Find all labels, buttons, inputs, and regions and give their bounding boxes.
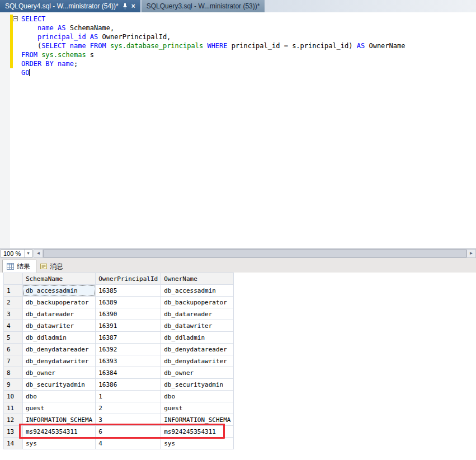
- grid-cell[interactable]: 16387: [96, 332, 161, 344]
- code-line[interactable]: GO: [21, 68, 476, 77]
- grid-cell[interactable]: guest: [23, 402, 96, 414]
- grid-cell[interactable]: dbo: [23, 391, 96, 402]
- grid-cell[interactable]: 16392: [96, 344, 161, 355]
- table-row: 14sys4sys: [4, 438, 234, 449]
- grid-cell[interactable]: 1: [96, 391, 161, 402]
- grid-cell[interactable]: db_ddladmin: [161, 332, 234, 344]
- code-line[interactable]: (SELECT name FROM sys.database_principal…: [21, 41, 476, 50]
- grid-cell[interactable]: db_ddladmin: [23, 332, 96, 344]
- document-tab-title: SQLQuery3.sql - W...ministrator (53))*: [147, 2, 260, 10]
- row-header[interactable]: 1: [4, 285, 23, 297]
- column-header[interactable]: OwnerName: [161, 273, 234, 285]
- grid-cell[interactable]: db_denydatawriter: [23, 355, 96, 367]
- grid-cell[interactable]: db_securityadmin: [23, 379, 96, 391]
- code-token: OwnerPrincipalId,: [98, 33, 171, 41]
- row-header[interactable]: 7: [4, 355, 23, 367]
- grid-cell[interactable]: db_denydatareader: [161, 344, 234, 355]
- row-header[interactable]: 6: [4, 344, 23, 355]
- sql-editor[interactable]: SELECT name AS SchemaName, principal_id …: [0, 12, 476, 248]
- grid-cell[interactable]: 16391: [96, 320, 161, 332]
- row-header[interactable]: 13: [4, 426, 23, 438]
- grid-cell[interactable]: db_accessadmin: [161, 285, 234, 297]
- grid-cell[interactable]: db_datawriter: [161, 320, 234, 332]
- grid-cell[interactable]: ms924245354311: [161, 426, 234, 438]
- row-header[interactable]: 12: [4, 414, 23, 426]
- grid-cell[interactable]: 16390: [96, 308, 161, 320]
- grid-cell[interactable]: guest: [161, 402, 234, 414]
- code-line[interactable]: principal_id AS OwnerPrincipalId,: [21, 32, 476, 41]
- grid-cell[interactable]: db_datawriter: [23, 320, 96, 332]
- chevron-down-icon[interactable]: ▾: [24, 250, 32, 257]
- code-token: s.principal_id): [288, 42, 357, 50]
- results-pane-tab[interactable]: 结果: [2, 260, 36, 273]
- grid-cell[interactable]: 16386: [96, 379, 161, 391]
- code-line[interactable]: ORDER BY name;: [21, 59, 476, 68]
- row-header[interactable]: 2: [4, 297, 23, 308]
- code-line[interactable]: FROM sys.schemas s: [21, 50, 476, 59]
- row-header[interactable]: 11: [4, 402, 23, 414]
- scroll-left-arrow-icon[interactable]: ◄: [34, 250, 43, 257]
- grid-cell[interactable]: INFORMATION_SCHEMA: [23, 414, 96, 426]
- grid-cell[interactable]: INFORMATION_SCHEMA: [161, 414, 234, 426]
- ssms-window: SQLQuery4.sql - W...ministrator (54))*×S…: [0, 0, 476, 460]
- scroll-right-arrow-icon[interactable]: ►: [466, 250, 475, 257]
- row-header[interactable]: 9: [4, 379, 23, 391]
- grid-cell[interactable]: 16389: [96, 297, 161, 308]
- row-header[interactable]: 14: [4, 438, 23, 449]
- code-token: [21, 33, 37, 41]
- grid-cell[interactable]: dbo: [161, 391, 234, 402]
- code-token: =: [284, 42, 288, 50]
- grid-cell[interactable]: db_owner: [161, 367, 234, 379]
- code-token: principal_id: [37, 33, 86, 41]
- code-line[interactable]: SELECT: [21, 15, 476, 24]
- grid-cell[interactable]: 16385: [96, 285, 161, 297]
- row-header[interactable]: 5: [4, 332, 23, 344]
- grid-cell[interactable]: db_backupoperator: [161, 297, 234, 308]
- document-tab-title: SQLQuery4.sql - W...ministrator (54))*: [5, 2, 119, 10]
- pin-icon[interactable]: [122, 3, 128, 10]
- grid-cell[interactable]: 16393: [96, 355, 161, 367]
- column-header[interactable]: OwnerPrincipalId: [96, 273, 161, 285]
- zoom-combobox[interactable]: 100 % ▾: [1, 249, 32, 258]
- code-token: [21, 24, 37, 32]
- messages-icon: [40, 263, 47, 270]
- row-header[interactable]: 8: [4, 367, 23, 379]
- grid-cell[interactable]: sys: [161, 438, 234, 449]
- grid-cell[interactable]: db_denydatawriter: [161, 355, 234, 367]
- horizontal-scrollbar[interactable]: ◄ ►: [34, 249, 476, 258]
- code-token: name: [70, 42, 86, 50]
- row-header[interactable]: 4: [4, 320, 23, 332]
- code-token: FROM: [21, 51, 37, 59]
- code-token: GO: [21, 69, 29, 77]
- grid-cell[interactable]: 6: [96, 426, 161, 438]
- grid-cell[interactable]: db_denydatareader: [23, 344, 96, 355]
- grid-cell[interactable]: 4: [96, 438, 161, 449]
- table-row: 7db_denydatawriter16393db_denydatawriter: [4, 355, 234, 367]
- grid-corner-cell[interactable]: [4, 273, 23, 285]
- table-row: 3db_datareader16390db_datareader: [4, 308, 234, 320]
- grid-cell[interactable]: 16384: [96, 367, 161, 379]
- document-tab[interactable]: SQLQuery4.sql - W...ministrator (54))*×: [0, 0, 140, 12]
- code-token: SchemaName,: [66, 24, 115, 32]
- grid-cell[interactable]: db_owner: [23, 367, 96, 379]
- grid-cell[interactable]: db_securityadmin: [161, 379, 234, 391]
- grid-cell[interactable]: db_accessadmin: [23, 285, 96, 297]
- grid-cell[interactable]: sys: [23, 438, 96, 449]
- grid-cell[interactable]: 2: [96, 402, 161, 414]
- document-tab[interactable]: SQLQuery3.sql - W...ministrator (53))*: [142, 0, 265, 12]
- grid-cell[interactable]: db_backupoperator: [23, 297, 96, 308]
- code-line[interactable]: name AS SchemaName,: [21, 24, 476, 32]
- scrollbar-thumb[interactable]: [43, 250, 466, 257]
- grid-cell[interactable]: db_datareader: [161, 308, 234, 320]
- column-header[interactable]: SchemaName: [23, 273, 96, 285]
- results-pane-tab[interactable]: 消息: [36, 260, 69, 273]
- code-token: sys.database_principals: [110, 42, 203, 50]
- grid-cell[interactable]: db_datareader: [23, 308, 96, 320]
- code-token: sys.schemas: [41, 51, 86, 59]
- row-header[interactable]: 10: [4, 391, 23, 402]
- grid-cell[interactable]: ms924245354311: [23, 426, 96, 438]
- grid-cell[interactable]: 3: [96, 414, 161, 426]
- row-header[interactable]: 3: [4, 308, 23, 320]
- close-icon[interactable]: ×: [131, 3, 135, 10]
- code-token: s: [86, 51, 94, 59]
